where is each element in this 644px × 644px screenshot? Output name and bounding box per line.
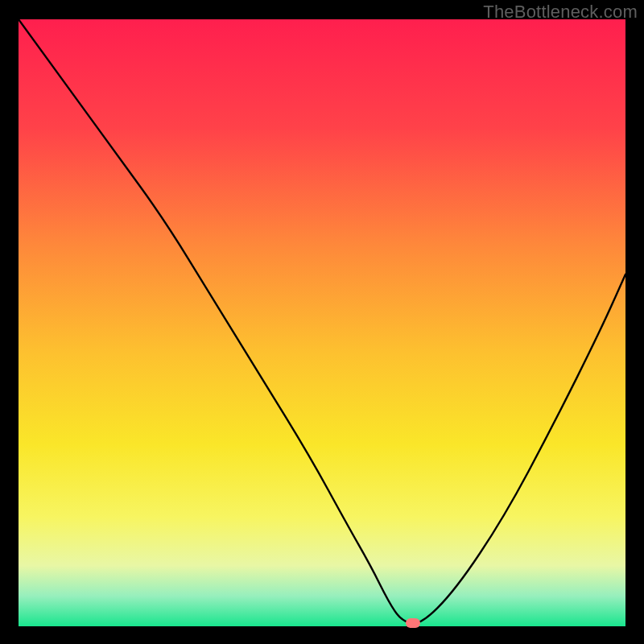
optimal-marker [406, 618, 420, 628]
plot-area [19, 19, 625, 626]
watermark-text: TheBottleneck.com [483, 2, 638, 23]
bottleneck-curve [19, 19, 625, 626]
chart-frame: TheBottleneck.com [0, 0, 644, 644]
